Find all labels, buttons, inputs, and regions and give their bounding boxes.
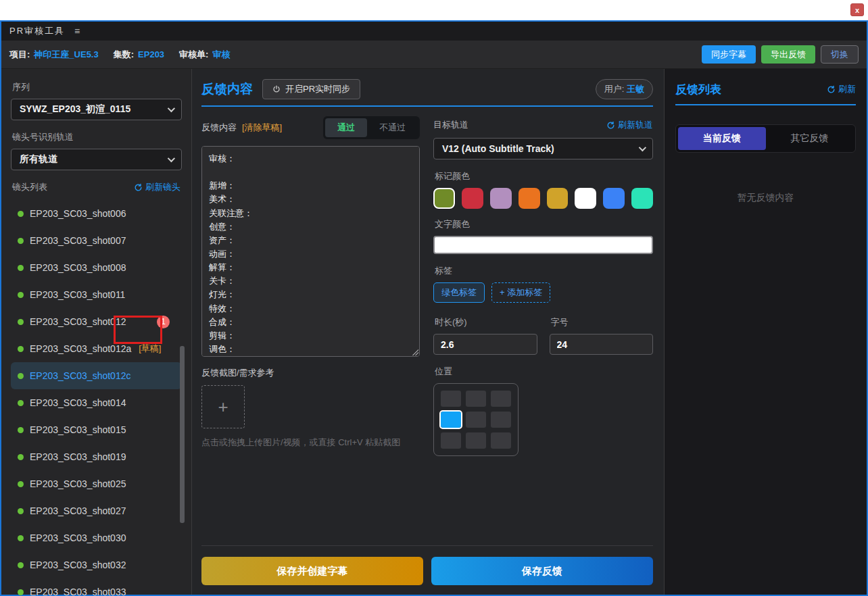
shot-list-label: 镜头列表: [12, 181, 47, 193]
shot-list-item[interactable]: EP203_SC03_shot033: [11, 578, 182, 596]
shot-list-item[interactable]: EP203_SC03_shot030: [11, 524, 182, 551]
marker-color-swatch[interactable]: [462, 188, 483, 209]
marker-color-swatch[interactable]: [603, 188, 625, 209]
target-track-select[interactable]: V12 (Auto Subtitle Track): [433, 138, 653, 159]
shot-status-dot: [18, 238, 24, 244]
position-cell[interactable]: [466, 432, 486, 449]
position-cell[interactable]: [466, 391, 486, 407]
shot-name: EP203_SC03_shot008: [30, 262, 126, 273]
shot-name: EP203_SC03_shot030: [30, 532, 126, 543]
feedback-count-badge: 1: [157, 316, 170, 328]
recognize-track-select[interactable]: 所有轨道: [11, 149, 182, 170]
add-tag-button[interactable]: + 添加标签: [491, 282, 550, 303]
shot-name: EP203_SC03_shot027: [30, 505, 126, 516]
shot-status-dot: [18, 454, 24, 460]
refresh-shots-link[interactable]: 刷新镜头: [134, 181, 180, 193]
tab-fail[interactable]: 不通过: [367, 118, 418, 137]
position-cell[interactable]: [466, 412, 486, 428]
tags-label: 标签: [435, 265, 653, 277]
marker-color-swatch[interactable]: [519, 188, 540, 209]
shot-list-item[interactable]: EP203_SC03_shot008: [11, 254, 182, 281]
export-feedback-button[interactable]: 导出反馈: [761, 45, 815, 64]
refresh-feedback-list-link[interactable]: 刷新: [827, 83, 856, 95]
header-bar: 项目: 神印王座_UE5.3 集数: EP203 审核单: 审核 同步字幕 导出…: [1, 41, 867, 69]
marker-color-swatch[interactable]: [575, 188, 596, 209]
shot-list-item[interactable]: EP203_SC03_shot012c: [11, 362, 182, 389]
shot-list: EP203_SC03_shot006EP203_SC03_shot007EP20…: [11, 200, 182, 596]
feedback-content-label: 反馈内容: [201, 122, 237, 134]
feedback-panel-body: 反馈内容 [清除草稿] 通过 不通过 审核： 新增： 美术： 关联注意： 创意：…: [201, 116, 653, 545]
tab-other-feedback[interactable]: 其它反馈: [766, 127, 854, 150]
clear-draft-link[interactable]: [清除草稿]: [242, 122, 282, 134]
episode-label: 集数:: [114, 49, 134, 61]
shot-status-dot: [18, 535, 24, 541]
close-button[interactable]: x: [850, 3, 864, 16]
shot-status-dot: [18, 373, 24, 379]
duration-fontsize-row: 时长(秒) 字号: [433, 314, 653, 355]
position-cell[interactable]: [491, 412, 511, 428]
position-grid: [441, 391, 511, 449]
refresh-track-link[interactable]: 刷新轨道: [606, 119, 653, 131]
position-cell[interactable]: [441, 412, 461, 428]
position-cell[interactable]: [441, 391, 461, 407]
shot-status-dot: [18, 427, 24, 433]
resize-handle-icon[interactable]: [411, 348, 418, 355]
text-color-input[interactable]: [433, 236, 653, 254]
main-layout: 序列 SYWZ_EP203_初渲_0115 镜头号识别轨道 所有轨道 镜头列表 …: [1, 69, 867, 595]
desktop-top-strip: x: [0, 0, 868, 20]
shot-status-dot: [18, 346, 24, 352]
sequence-select[interactable]: SYWZ_EP203_初渲_0115: [11, 99, 182, 120]
save-feedback-button[interactable]: 保存反馈: [431, 557, 653, 585]
save-create-subtitle-button[interactable]: 保存并创建字幕: [201, 557, 423, 585]
shot-list-item[interactable]: EP203_SC03_shot032: [11, 551, 182, 578]
tab-pass[interactable]: 通过: [325, 118, 367, 137]
target-track-value: V12 (Auto Subtitle Track): [442, 143, 554, 154]
shot-list-item[interactable]: EP203_SC03_shot019: [11, 443, 182, 470]
shot-status-dot: [18, 265, 24, 271]
marker-color-swatch[interactable]: [547, 188, 569, 209]
hamburger-menu-icon[interactable]: ≡: [74, 26, 80, 36]
chevron-down-icon: [168, 155, 175, 162]
window-title-bar: PR审核工具 ≡: [1, 22, 867, 41]
shot-list-item[interactable]: EP203_SC03_shot011: [11, 281, 182, 308]
shot-name: EP203_SC03_shot033: [30, 587, 126, 596]
scrollbar-thumb[interactable]: [180, 346, 185, 523]
switch-button[interactable]: 切换: [821, 45, 859, 64]
user-name: 王敏: [627, 84, 644, 94]
duration-input[interactable]: [433, 334, 537, 355]
shot-list-item[interactable]: EP203_SC03_shot014: [11, 389, 182, 416]
tag-green-chip[interactable]: 绿色标签: [433, 282, 485, 303]
feedback-textarea[interactable]: 审核： 新增： 美术： 关联注意： 创意： 资产： 动画： 解算： 关卡： 灯光…: [201, 146, 420, 357]
font-size-input[interactable]: [550, 334, 654, 355]
shot-name: EP203_SC03_shot006: [30, 208, 126, 219]
shot-list-item[interactable]: EP203_SC03_shot0121: [11, 308, 182, 335]
position-cell[interactable]: [491, 432, 511, 449]
duration-label: 时长(秒): [435, 316, 537, 328]
shot-status-dot: [18, 211, 24, 217]
shot-name: EP203_SC03_shot012c: [30, 370, 130, 381]
shot-list-item[interactable]: EP203_SC03_shot012a[草稿]: [11, 335, 182, 362]
upload-hint: 点击或拖拽上传图片/视频，或直接 Ctrl+V 粘贴截图: [201, 437, 420, 449]
shot-list-item[interactable]: EP203_SC03_shot007: [11, 227, 182, 254]
shot-list-item[interactable]: EP203_SC03_shot006: [11, 200, 182, 227]
shot-status-dot: [18, 562, 24, 568]
power-icon: [272, 85, 281, 93]
position-cell[interactable]: [491, 391, 511, 407]
feedback-panel: 反馈内容 开启PR实时同步 用户: 王敏 反馈内容 [清除草稿]: [192, 69, 664, 595]
review-sheet-value: 审核: [212, 49, 230, 61]
shot-status-dot: [18, 589, 24, 595]
shot-list-item[interactable]: EP203_SC03_shot015: [11, 416, 182, 443]
pass-fail-tabs: 通过 不通过: [323, 116, 420, 139]
marker-color-swatch[interactable]: [631, 188, 653, 209]
sync-subtitle-button[interactable]: 同步字幕: [702, 45, 756, 64]
upload-dropzone[interactable]: +: [201, 385, 245, 428]
pr-realtime-sync-button[interactable]: 开启PR实时同步: [262, 79, 360, 99]
position-cell[interactable]: [441, 432, 461, 449]
marker-color-swatch[interactable]: [433, 188, 455, 209]
marker-color-swatch[interactable]: [490, 188, 512, 209]
project-value: 神印王座_UE5.3: [34, 49, 98, 61]
tab-current-feedback[interactable]: 当前反馈: [678, 127, 766, 150]
feedback-list-tabs: 当前反馈 其它反馈: [675, 124, 856, 153]
shot-list-item[interactable]: EP203_SC03_shot025: [11, 470, 182, 497]
shot-list-item[interactable]: EP203_SC03_shot027: [11, 497, 182, 524]
